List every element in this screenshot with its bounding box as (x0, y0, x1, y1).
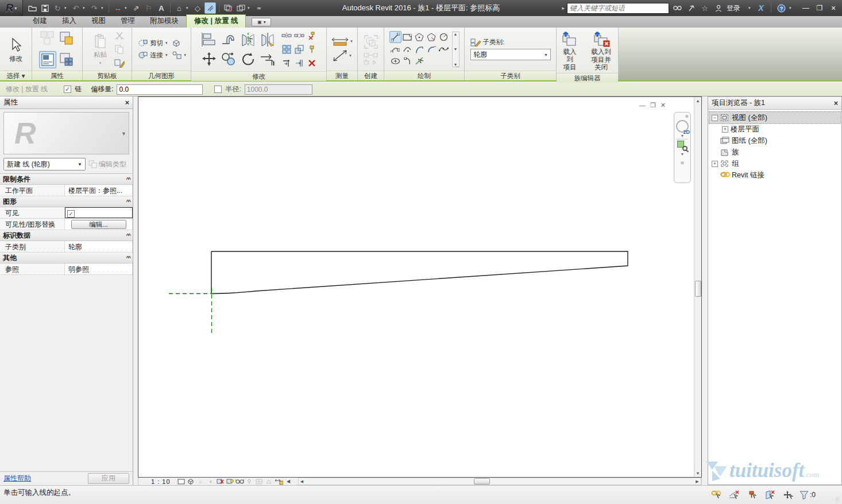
edit-type-button[interactable]: 编辑类型 (88, 160, 126, 169)
type-preview[interactable]: R ▼ (3, 112, 129, 154)
copy-icon[interactable] (221, 52, 236, 66)
switch-windows-icon[interactable] (235, 2, 246, 14)
account-icon[interactable] (713, 2, 724, 14)
navbar-close-icon[interactable]: ⊗ (685, 114, 689, 119)
collapse-icon[interactable]: ^^ (126, 255, 130, 261)
draw-polygon-circumscribed-icon[interactable] (426, 31, 438, 43)
select-pinned-elements-icon[interactable] (746, 489, 759, 501)
split-element-icon[interactable] (280, 29, 293, 42)
scroll-expand-icon[interactable]: ▼̲ (454, 63, 458, 67)
sync-icon[interactable]: ↻ (52, 2, 63, 14)
paste-button[interactable]: 粘贴 ▾ (89, 32, 112, 67)
property-row-reference[interactable]: 参照 弱参照 (0, 263, 133, 275)
reveal-hidden-elements-icon[interactable]: ⚲ (245, 478, 254, 485)
radius-input[interactable] (245, 84, 312, 95)
tab-create[interactable]: 创建 (25, 15, 55, 28)
scroll-down-icon[interactable]: ▼ (454, 47, 458, 51)
create-panel-label[interactable]: 创建 (358, 71, 384, 80)
drawing-area[interactable]: — ❐ ✕ ⊗ 2D ▼ ▼ ⊖ ▲ ▼ (138, 96, 702, 478)
draw-line-icon[interactable] (389, 31, 401, 43)
measure-icon[interactable]: ⇗ (130, 2, 142, 14)
copy-icon[interactable] (113, 43, 126, 56)
help-dropdown-icon[interactable]: ▾ (789, 6, 794, 10)
property-row-subcategory[interactable]: 子类别 轮廓 (0, 241, 133, 253)
communication-center-icon[interactable] (685, 2, 697, 14)
collapse-icon[interactable]: ^^ (126, 232, 130, 238)
section-other[interactable]: 其他^^ (0, 253, 133, 263)
visibility-icon[interactable] (58, 51, 75, 68)
geometry-panel-label[interactable]: 几何图形 (132, 71, 191, 80)
tree-item-families[interactable]: 族 (709, 146, 840, 158)
tree-item-floor-plans[interactable]: + 楼层平面 (709, 123, 840, 135)
measure-between-icon[interactable] (333, 49, 347, 62)
rotate-icon[interactable] (241, 52, 256, 67)
create-group-icon[interactable] (362, 33, 380, 51)
family-types-icon[interactable] (58, 30, 75, 47)
crop-view-icon[interactable] (215, 478, 225, 485)
offset-icon[interactable] (260, 52, 276, 66)
type-selector-dropdown[interactable]: 新建 线 (轮廓) ▼ (3, 158, 86, 170)
select-elements-by-face-icon[interactable] (764, 489, 777, 501)
trim-extend-corner-icon[interactable] (280, 56, 293, 70)
scale-icon[interactable] (293, 42, 306, 56)
draw-circle-icon[interactable] (438, 31, 450, 43)
draw-fillet-arc-icon[interactable] (426, 43, 438, 55)
align-icon[interactable] (202, 33, 217, 46)
pick-lines-icon[interactable] (414, 55, 426, 67)
redo-icon[interactable]: ↷ (88, 2, 100, 14)
edit-overrides-button[interactable]: 编辑... (71, 220, 126, 229)
show-crop-region-icon[interactable] (225, 478, 235, 485)
zoom-region-icon[interactable] (677, 141, 687, 151)
visible-checkbox[interactable]: ✓ (67, 210, 75, 218)
properties-header[interactable]: 属性 × (0, 96, 133, 109)
section-constraints[interactable]: 限制条件^^ (0, 174, 133, 185)
draw-partial-ellipse-icon[interactable] (401, 55, 414, 67)
scroll-up-icon[interactable]: ▲ (454, 32, 458, 36)
mirror-pick-axis-icon[interactable] (241, 32, 256, 47)
horizontal-scroll-thumb[interactable] (474, 478, 490, 484)
tree-item-views[interactable]: − 视图 (全部) (709, 112, 840, 123)
minimize-button[interactable]: — (799, 2, 812, 14)
delete-icon[interactable] (306, 56, 318, 70)
draw-polygon-inscribed-icon[interactable] (414, 31, 426, 43)
expand-box-icon[interactable]: + (712, 161, 718, 167)
draw-rectangle-icon[interactable] (401, 31, 414, 43)
cut-geometry-button[interactable]: 剪切▾ (137, 38, 169, 48)
pin-icon[interactable] (306, 42, 318, 56)
property-row-workplane[interactable]: 工作平面 楼层平面：参照... (0, 185, 133, 196)
property-row-vg-overrides[interactable]: 可见性/图形替换 编辑... (0, 219, 133, 230)
move-icon[interactable] (202, 52, 217, 67)
scroll-down-icon[interactable]: ▼ (694, 470, 701, 477)
restore-button[interactable]: ❐ (813, 2, 826, 14)
ribbon-display-toggle[interactable]: ▣▾ (252, 18, 271, 26)
tag-icon[interactable]: ⚐ (143, 2, 155, 14)
section-graphics[interactable]: 图形^^ (0, 196, 133, 207)
favorites-icon[interactable]: ☆ (699, 2, 710, 14)
load-into-project-close-button[interactable]: 载入到 项目并关闭 (586, 29, 616, 72)
drag-elements-on-selection-icon[interactable] (782, 489, 794, 501)
view-scale-button[interactable]: 1 : 10 (138, 478, 176, 485)
subcategory-panel-label[interactable]: 子类别 (465, 71, 556, 80)
close-icon[interactable]: × (834, 99, 838, 107)
switch-windows-dropdown-icon[interactable]: ▾ (248, 6, 252, 10)
sun-path-icon[interactable]: ☼ (196, 478, 206, 485)
family-editor-panel-label[interactable]: 族编辑器 (557, 73, 618, 83)
sync-dropdown-icon[interactable]: ▾ (64, 6, 69, 10)
signin-dropdown-icon[interactable]: ▾ (748, 6, 753, 10)
collapse-arrow-icon[interactable]: ◀ (284, 478, 293, 485)
sign-in-link[interactable]: 登录 (727, 3, 740, 13)
select-underlay-elements-icon[interactable] (728, 489, 741, 501)
collapse-icon[interactable]: ^^ (126, 176, 130, 182)
tab-addins[interactable]: 附加模块 (142, 15, 186, 28)
scroll-up-icon[interactable]: ▲ (694, 97, 701, 104)
exchange-apps-icon[interactable]: X (755, 2, 767, 14)
select-links-icon[interactable] (710, 489, 723, 501)
create-similar-icon[interactable] (364, 53, 378, 65)
thin-lines-icon[interactable] (204, 2, 216, 14)
draw-spline-icon[interactable] (438, 43, 450, 55)
clipboard-panel-label[interactable]: 剪贴板 (83, 71, 132, 80)
array-icon[interactable] (280, 42, 293, 56)
tab-modify-place-line[interactable]: 修改 | 放置 线 (186, 14, 246, 28)
navbar-collapse-icon[interactable]: ⊖ (681, 161, 684, 165)
filter-icon[interactable]: :0 (799, 489, 816, 501)
